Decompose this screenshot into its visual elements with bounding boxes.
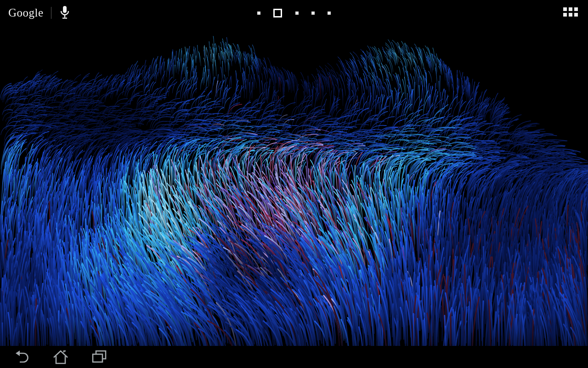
- page-dot-3[interactable]: [295, 12, 299, 15]
- all-apps-button[interactable]: [563, 7, 578, 19]
- android-home-screen: Google: [0, 0, 588, 368]
- home-icon: [52, 349, 69, 365]
- page-dot-4[interactable]: [311, 12, 315, 15]
- page-dot-5[interactable]: [328, 12, 331, 15]
- home-page-indicator: [257, 7, 331, 18]
- back-icon: [14, 349, 30, 365]
- widget-divider: [51, 7, 51, 19]
- google-search-widget[interactable]: Google: [8, 5, 70, 21]
- recent-apps-icon: [90, 349, 108, 365]
- page-dot-2-current[interactable]: [273, 9, 282, 17]
- page-dot-1[interactable]: [257, 12, 260, 15]
- recent-apps-button[interactable]: [87, 348, 111, 366]
- live-wallpaper-canvas[interactable]: [0, 0, 588, 346]
- home-button[interactable]: [49, 348, 73, 366]
- system-bar: 14:48: [0, 346, 588, 368]
- back-button[interactable]: [10, 348, 34, 366]
- microphone-icon[interactable]: [60, 6, 70, 20]
- google-logo[interactable]: Google: [8, 5, 51, 21]
- apps-grid-icon: [563, 7, 567, 11]
